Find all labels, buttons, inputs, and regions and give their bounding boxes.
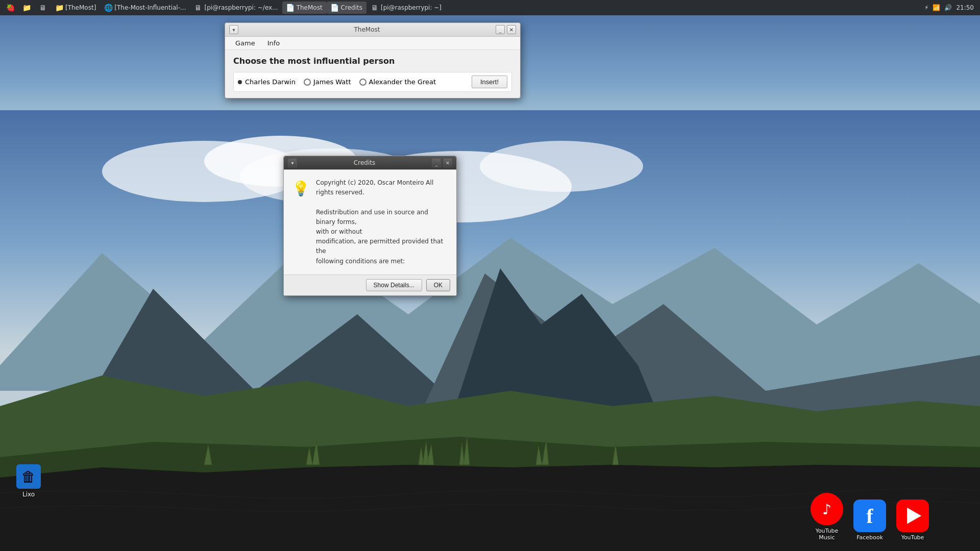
svg-marker-6: [0, 238, 980, 391]
credits-titlebar: ▾ Credits _ ✕: [284, 156, 456, 170]
radio-james-watt: [304, 79, 311, 86]
volume-icon: 🔊: [944, 4, 952, 11]
youtube-icon: [896, 499, 929, 532]
themost-close-btn[interactable]: ✕: [507, 25, 516, 34]
youtube-music-label: YouTubeMusic: [816, 528, 839, 541]
insert-button[interactable]: Insert!: [472, 76, 507, 88]
bluetooth-icon: ⚡: [924, 4, 928, 11]
themost-titlebar-right-controls: _ ✕: [496, 25, 516, 34]
credits-right-controls: _ ✕: [432, 158, 452, 167]
credits-body: 💡 Copyright (c) 2020, Oscar Monteiro All…: [284, 170, 456, 274]
folder-icon: 📁: [22, 4, 31, 12]
terminal-icon-3: 🖥: [371, 4, 379, 12]
taskbar-credits[interactable]: 📄 Credits: [327, 2, 366, 14]
svg-point-1: [102, 141, 306, 202]
taskbar-credits-label: Credits: [341, 4, 362, 11]
option-alexander[interactable]: Alexander the Great: [359, 78, 436, 86]
themost-menubar: Game Info: [225, 37, 520, 50]
radio-alexander: [359, 79, 366, 86]
james-watt-label: James Watt: [313, 78, 351, 86]
themost-titlebar: ▾ TheMost _ ✕: [225, 23, 520, 37]
credits-text: Copyright (c) 2020, Oscar Monteiro All r…: [316, 178, 448, 266]
credits-line2: Redistribution and use in source and bin…: [316, 208, 448, 227]
youtube-play-triangle: [907, 508, 921, 524]
credits-line5: following conditions are met:: [316, 257, 448, 266]
taskbar-browser[interactable]: 🌐 [The-Most-Influential-...: [100, 2, 190, 14]
desktop-icon-trash[interactable]: 🗑 Lixo: [8, 462, 49, 500]
credits-line1: Copyright (c) 2020, Oscar Monteiro All r…: [316, 178, 448, 197]
svg-marker-14: [423, 441, 429, 465]
facebook-label: Facebook: [856, 534, 883, 541]
themost-content: Choose the most influential person Charl…: [225, 50, 520, 98]
svg-marker-20: [612, 444, 619, 465]
credits-restore-btn[interactable]: _: [432, 158, 441, 167]
dock: YouTubeMusic f Facebook YouTube: [811, 493, 929, 541]
dock-youtube-music[interactable]: YouTubeMusic: [811, 493, 843, 541]
svg-marker-22: [312, 441, 320, 465]
taskbar-terminal-2-label: [pi@raspberrypi: ~/ex...: [204, 4, 278, 11]
terminal-icon-2: 🖥: [194, 4, 202, 12]
taskbar-terminal-1[interactable]: 🖥: [35, 2, 51, 14]
raspberry-icon: 🍓: [6, 4, 14, 12]
taskbar-terminal-3[interactable]: 🖥 [pi@raspberrypi: ~]: [366, 2, 446, 14]
menu-info[interactable]: Info: [261, 38, 286, 48]
credits-line4: modification, are permitted provided tha…: [316, 237, 448, 256]
show-details-button[interactable]: Show Details...: [366, 279, 422, 291]
taskbar-themost-folder[interactable]: 📁 [TheMost]: [51, 2, 100, 14]
terminal-icon-1: 🖥: [39, 4, 47, 12]
trash-label: Lixo: [22, 491, 35, 498]
svg-rect-0: [0, 110, 980, 551]
menu-game[interactable]: Game: [229, 38, 261, 48]
dock-youtube[interactable]: YouTube: [896, 499, 929, 541]
option-james-watt[interactable]: James Watt: [304, 78, 351, 86]
svg-marker-13: [419, 447, 424, 465]
taskbar-right: ⚡ 📶 🔊 21:50: [924, 4, 978, 11]
svg-marker-15: [427, 444, 434, 465]
app-icon: 📄: [286, 4, 295, 12]
credits-title: Credits: [297, 159, 432, 166]
folder-icon-2: 📁: [55, 4, 63, 12]
credits-icon: 📄: [331, 4, 339, 12]
svg-marker-21: [306, 447, 312, 465]
taskbar-terminal-2[interactable]: 🖥 [pi@raspberrypi: ~/ex...: [190, 2, 282, 14]
credits-dialog: ▾ Credits _ ✕ 💡 Copyright (c) 2020, Osca…: [283, 156, 457, 296]
svg-marker-17: [463, 437, 470, 465]
question-title: Choose the most influential person: [233, 56, 512, 66]
svg-point-5: [480, 141, 643, 192]
themost-restore-btn[interactable]: _: [496, 25, 505, 34]
option-charles-darwin: Charles Darwin: [238, 78, 296, 86]
trash-icon: 🗑: [16, 464, 41, 489]
svg-marker-19: [542, 439, 549, 465]
themost-titlebar-left-controls: ▾: [229, 25, 238, 34]
taskbar-themost-app[interactable]: 📄 TheMost: [282, 2, 327, 14]
facebook-icon: f: [853, 499, 886, 532]
taskbar: 🍓 📁 🖥 📁 [TheMost] 🌐 [The-Most-Influentia…: [0, 0, 980, 15]
lightbulb-icon: 💡: [292, 180, 310, 266]
svg-marker-7: [0, 289, 510, 551]
credits-line3: with or without: [316, 227, 448, 237]
svg-marker-16: [459, 443, 464, 465]
svg-marker-18: [536, 446, 542, 465]
taskbar-terminal-3-label: [pi@raspberrypi: ~]: [381, 4, 442, 11]
clock: 21:50: [956, 4, 974, 11]
taskbar-browser-label: [The-Most-Influential-...: [114, 4, 186, 11]
ok-button[interactable]: OK: [426, 279, 450, 291]
youtube-music-icon: [811, 493, 843, 525]
browser-icon: 🌐: [104, 4, 112, 12]
themost-window: ▾ TheMost _ ✕ Game Info Choose the most …: [225, 22, 521, 98]
svg-marker-9: [408, 268, 715, 551]
taskbar-themost-label: TheMost: [297, 4, 323, 11]
taskbar-themost-folder-label: [TheMost]: [65, 4, 96, 11]
taskbar-file-manager[interactable]: 📁: [18, 2, 35, 14]
themost-title: TheMost: [238, 26, 496, 33]
themost-minimize-btn[interactable]: ▾: [229, 25, 238, 34]
taskbar-raspberry-menu[interactable]: 🍓: [2, 2, 18, 14]
credits-footer: Show Details... OK: [284, 274, 456, 295]
wifi-icon: 📶: [933, 4, 940, 11]
youtube-label: YouTube: [901, 534, 924, 541]
credits-close-btn[interactable]: ✕: [443, 158, 452, 167]
dock-facebook[interactable]: f Facebook: [853, 499, 886, 541]
options-row: Charles Darwin James Watt Alexander the …: [233, 72, 512, 92]
credits-minimize-btn[interactable]: ▾: [288, 158, 297, 167]
credits-left-controls: ▾: [288, 158, 297, 167]
